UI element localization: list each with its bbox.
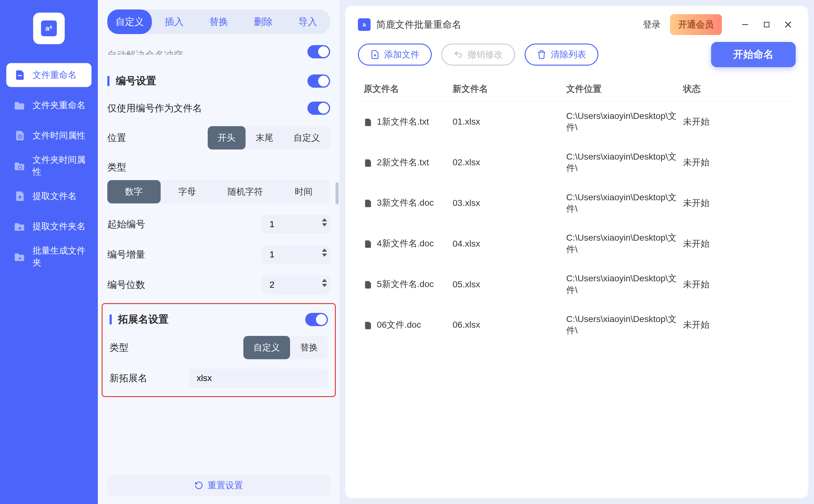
main-panel: a 简鹿文件批量重命名 登录 开通会员 添加文件 撤销修改 bbox=[339, 0, 814, 504]
start-no-input[interactable]: 1 bbox=[262, 215, 330, 234]
start-rename-button[interactable]: 开始命名 bbox=[711, 42, 796, 67]
file-icon bbox=[14, 69, 26, 81]
nav-label: 文件重命名 bbox=[32, 69, 77, 81]
vip-button[interactable]: 开通会员 bbox=[670, 14, 722, 35]
trash-icon bbox=[537, 50, 546, 59]
mode-tabs: 自定义 插入 替换 删除 导入 bbox=[107, 9, 330, 34]
file-up-icon bbox=[14, 190, 26, 202]
minimize-button[interactable] bbox=[738, 17, 753, 32]
numbering-section-title: 编号设置 bbox=[107, 74, 156, 88]
spin-up-icon[interactable] bbox=[322, 279, 327, 282]
cell-stat: 未开始 bbox=[683, 197, 796, 209]
spin-up-icon[interactable] bbox=[322, 218, 327, 221]
ext-type-custom[interactable]: 自定义 bbox=[243, 336, 290, 359]
type-number[interactable]: 数字 bbox=[107, 180, 161, 203]
clear-button[interactable]: 清除列表 bbox=[525, 44, 599, 66]
cell-orig: 06文件.doc bbox=[377, 319, 421, 331]
ext-toggle[interactable] bbox=[305, 313, 328, 326]
ext-type-replace[interactable]: 替换 bbox=[290, 336, 328, 359]
cell-new: 05.xlsx bbox=[453, 279, 566, 290]
nav-batch-folder[interactable]: 批量生成文件夹 bbox=[6, 245, 91, 269]
table-row[interactable]: 2新文件名.txt02.xlsxC:\Users\xiaoyin\Desktop… bbox=[358, 142, 796, 183]
cell-stat: 未开始 bbox=[683, 278, 796, 290]
login-button[interactable]: 登录 bbox=[643, 19, 661, 31]
file-plus-icon bbox=[370, 50, 380, 59]
maximize-button[interactable] bbox=[759, 17, 774, 32]
only-number-label: 仅使用编号作为文件名 bbox=[107, 102, 202, 115]
reset-button[interactable]: 重置设置 bbox=[107, 475, 330, 496]
add-file-button[interactable]: 添加文件 bbox=[358, 44, 432, 66]
undo-icon bbox=[454, 50, 463, 59]
cell-new: 03.xlsx bbox=[453, 198, 566, 208]
header-new: 新文件名 bbox=[453, 83, 566, 95]
start-no-label: 起始编号 bbox=[107, 218, 145, 231]
cell-stat: 未开始 bbox=[683, 238, 796, 250]
scrollbar-thumb[interactable] bbox=[335, 182, 339, 204]
nav-folder-rename[interactable]: 文件夹重命名 bbox=[6, 93, 91, 117]
type-label: 类型 bbox=[107, 161, 126, 174]
folder-clock-icon bbox=[14, 160, 26, 172]
cell-new: 01.xlsx bbox=[453, 117, 566, 127]
cell-orig: 3新文件名.doc bbox=[377, 197, 434, 208]
spin-down-icon[interactable] bbox=[322, 254, 327, 257]
nav-file-rename[interactable]: 文件重命名 bbox=[6, 63, 91, 87]
nav-label: 文件夹时间属性 bbox=[32, 154, 91, 178]
type-letter[interactable]: 字母 bbox=[161, 180, 214, 203]
table-row[interactable]: 1新文件名.txt01.xlsxC:\Users\xiaoyin\Desktop… bbox=[358, 102, 796, 142]
spin-down-icon[interactable] bbox=[322, 223, 327, 226]
folder-icon bbox=[14, 100, 26, 111]
step-label: 编号增量 bbox=[107, 248, 145, 261]
cell-loc: C:\Users\xiaoyin\Desktop\文件\ bbox=[566, 314, 677, 335]
digits-input[interactable]: 2 bbox=[262, 275, 330, 294]
tab-import[interactable]: 导入 bbox=[286, 9, 330, 34]
topbar: a 简鹿文件批量重命名 登录 开通会员 bbox=[358, 15, 796, 34]
pos-custom[interactable]: 自定义 bbox=[283, 126, 330, 149]
pos-start[interactable]: 开头 bbox=[208, 126, 245, 149]
undo-button[interactable]: 撤销修改 bbox=[441, 44, 515, 66]
nav-label: 批量生成文件夹 bbox=[32, 245, 91, 269]
ext-section-title: 拓展名设置 bbox=[109, 313, 168, 326]
tab-custom[interactable]: 自定义 bbox=[107, 9, 152, 34]
header-stat: 状态 bbox=[683, 83, 796, 95]
cell-new: 02.xlsx bbox=[453, 157, 566, 167]
cell-stat: 未开始 bbox=[683, 319, 796, 331]
nav-label: 提取文件名 bbox=[32, 190, 77, 202]
app-logo: aA bbox=[33, 13, 65, 44]
tab-delete[interactable]: 删除 bbox=[241, 9, 286, 34]
new-ext-input[interactable]: xlsx bbox=[189, 369, 328, 388]
auto-resolve-label: 自动解决命名冲突 bbox=[107, 49, 183, 55]
pos-end[interactable]: 末尾 bbox=[245, 126, 283, 149]
header-orig: 原文件名 bbox=[358, 83, 453, 95]
auto-resolve-toggle[interactable] bbox=[307, 45, 330, 58]
extension-section-highlight: 拓展名设置 类型 自定义 替换 新拓展名 xlsx bbox=[102, 303, 336, 397]
tab-replace[interactable]: 替换 bbox=[196, 9, 241, 34]
app-title: a 简鹿文件批量重命名 bbox=[358, 18, 462, 31]
type-time[interactable]: 时间 bbox=[277, 180, 330, 203]
close-button[interactable] bbox=[781, 17, 796, 32]
cell-loc: C:\Users\xiaoyin\Desktop\文件\ bbox=[566, 192, 677, 214]
cell-loc: C:\Users\xiaoyin\Desktop\文件\ bbox=[566, 152, 677, 173]
nav-label: 文件夹重命名 bbox=[32, 99, 85, 111]
table-row[interactable]: 3新文件名.doc03.xlsxC:\Users\xiaoyin\Desktop… bbox=[358, 183, 796, 224]
nav-file-time[interactable]: 文件时间属性 bbox=[6, 124, 91, 148]
nav-extract-folder[interactable]: 提取文件夹名 bbox=[6, 214, 91, 238]
spin-up-icon[interactable] bbox=[322, 249, 327, 252]
ext-type-segmented: 自定义 替换 bbox=[243, 336, 328, 359]
nav-extract-file[interactable]: 提取文件名 bbox=[6, 184, 91, 208]
file-icon bbox=[363, 198, 372, 209]
table-row[interactable]: 4新文件名.doc04.xlsxC:\Users\xiaoyin\Desktop… bbox=[358, 223, 796, 264]
folder-plus-icon bbox=[14, 251, 26, 262]
only-number-toggle[interactable] bbox=[307, 102, 330, 115]
file-icon bbox=[363, 320, 372, 331]
table-row[interactable]: 06文件.doc06.xlsxC:\Users\xiaoyin\Desktop\… bbox=[358, 305, 796, 345]
spin-down-icon[interactable] bbox=[322, 284, 327, 287]
table-header: 原文件名 新文件名 文件位置 状态 bbox=[358, 77, 796, 102]
step-input[interactable]: 1 bbox=[262, 245, 330, 264]
numbering-toggle[interactable] bbox=[307, 74, 330, 88]
table-row[interactable]: 5新文件名.doc05.xlsxC:\Users\xiaoyin\Desktop… bbox=[358, 264, 796, 305]
tab-insert[interactable]: 插入 bbox=[152, 9, 196, 34]
type-random[interactable]: 随机字符 bbox=[214, 180, 277, 203]
action-bar: 添加文件 撤销修改 清除列表 开始命名 bbox=[358, 42, 796, 67]
digits-label: 编号位数 bbox=[107, 278, 145, 291]
nav-folder-time[interactable]: 文件夹时间属性 bbox=[6, 154, 91, 178]
